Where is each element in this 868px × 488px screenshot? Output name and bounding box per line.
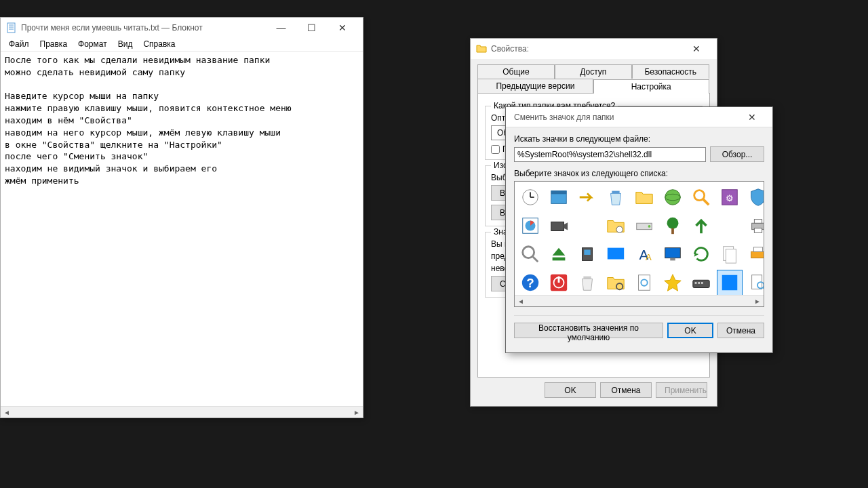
icon-tree[interactable] — [660, 213, 686, 239]
tab-previous-versions[interactable]: Предыдущие версии — [477, 79, 593, 93]
icon-documents[interactable] — [717, 241, 743, 267]
icon-dialog-titlebar[interactable]: Сменить значок для папки ✕ — [506, 107, 772, 127]
folder-icon — [476, 43, 487, 54]
icon-shutdown[interactable] — [546, 270, 572, 296]
icon-blank[interactable] — [574, 213, 600, 239]
maximize-button[interactable]: ☐ — [296, 18, 327, 37]
svg-point-12 — [694, 190, 705, 201]
restore-defaults-icon-button[interactable]: Восстановить значения по умолчанию — [514, 323, 663, 338]
icon-search[interactable] — [688, 184, 714, 210]
svg-line-13 — [703, 199, 709, 205]
properties-close-button[interactable]: ✕ — [681, 39, 711, 58]
close-button[interactable]: ✕ — [327, 18, 357, 37]
svg-rect-8 — [551, 191, 567, 195]
icon-cancel-button[interactable]: Отмена — [717, 323, 764, 338]
svg-rect-38 — [726, 249, 736, 264]
svg-rect-25 — [754, 220, 762, 224]
icon-list-hscroll[interactable]: ◄► — [515, 295, 764, 306]
svg-rect-31 — [584, 249, 590, 255]
icon-drive[interactable] — [631, 213, 657, 239]
icon-dialog-title: Сменить значок для папки — [511, 113, 736, 122]
svg-rect-32 — [608, 248, 624, 260]
notepad-hscroll[interactable]: ◄► — [1, 406, 363, 418]
apply-subfolders-input[interactable] — [491, 145, 500, 154]
icon-blank2[interactable] — [717, 213, 743, 239]
svg-point-19 — [616, 226, 623, 232]
icon-path-input[interactable] — [514, 147, 706, 162]
minimize-button[interactable]: — — [266, 18, 296, 37]
menu-file[interactable]: Файл — [3, 38, 35, 51]
icon-folder-share[interactable] — [603, 213, 629, 239]
properties-cancel-button[interactable]: Отмена — [600, 382, 652, 398]
svg-rect-52 — [698, 282, 700, 284]
icon-folder-open[interactable] — [631, 184, 657, 210]
icon-window[interactable] — [546, 184, 572, 210]
svg-text:A: A — [646, 252, 652, 262]
icon-desktop[interactable] — [603, 241, 629, 267]
menu-view[interactable]: Вид — [113, 38, 138, 51]
svg-rect-35 — [665, 248, 681, 258]
tab-general[interactable]: Общие — [477, 64, 555, 79]
menu-format[interactable]: Формат — [73, 38, 113, 51]
svg-rect-23 — [671, 228, 674, 234]
svg-rect-51 — [695, 282, 697, 284]
browse-button[interactable]: Обзор... — [710, 146, 764, 162]
properties-tabs: Общие Доступ Безопасность Предыдущие вер… — [477, 64, 710, 93]
path-row: Обзор... — [514, 146, 764, 162]
icon-globe[interactable] — [660, 184, 686, 210]
icon-settings-file[interactable] — [631, 270, 657, 296]
icon-recycle-bin[interactable] — [603, 184, 629, 210]
svg-rect-40 — [753, 247, 762, 252]
properties-ok-button[interactable]: OK — [545, 382, 596, 398]
icon-program[interactable]: ⚙ — [717, 184, 743, 210]
icon-font[interactable]: AA — [631, 241, 657, 267]
icon-keyboard[interactable] — [688, 270, 714, 296]
icon-monitor[interactable] — [660, 241, 686, 267]
icon-folder-config[interactable] — [603, 270, 629, 296]
svg-text:⚙: ⚙ — [726, 193, 734, 203]
icon-dialog-body: Искать значки в следующем файле: Обзор..… — [506, 127, 772, 345]
svg-rect-29 — [553, 258, 566, 261]
svg-text:?: ? — [526, 276, 534, 290]
icon-arrow-up[interactable] — [688, 213, 714, 239]
icon-device[interactable] — [574, 241, 600, 267]
svg-rect-36 — [670, 258, 675, 261]
tab-customize[interactable]: Настройка — [593, 79, 709, 94]
icon-shield[interactable] — [745, 184, 764, 210]
properties-titlebar[interactable]: Свойства: ✕ — [471, 39, 717, 59]
notepad-icon — [6, 22, 17, 33]
icon-clock[interactable] — [517, 184, 543, 210]
icon-ok-button[interactable]: OK — [667, 323, 713, 338]
icon-dialog-buttons: Восстановить значения по умолчанию OK От… — [514, 315, 764, 338]
menu-help[interactable]: Справка — [138, 38, 180, 51]
notepad-titlebar[interactable]: Прочти меня если умеешь читать.txt — Бло… — [1, 18, 363, 38]
icon-chart[interactable] — [517, 213, 543, 239]
search-file-label: Искать значки в следующем файле: — [514, 134, 764, 144]
icon-refresh[interactable] — [688, 241, 714, 267]
icon-print2[interactable] — [745, 241, 764, 267]
svg-rect-39 — [751, 251, 764, 258]
properties-title: Свойства: — [491, 44, 681, 54]
icon-magnifier[interactable] — [517, 241, 543, 267]
icon-star[interactable] — [660, 270, 686, 296]
icon-trash[interactable] — [574, 270, 600, 296]
tab-security[interactable]: Безопасность — [632, 64, 709, 79]
menu-edit[interactable]: Правка — [35, 38, 73, 51]
notepad-menubar: Файл Правка Формат Вид Справка — [1, 38, 363, 52]
svg-rect-48 — [639, 275, 650, 291]
tab-access[interactable]: Доступ — [555, 64, 632, 79]
svg-line-28 — [533, 257, 538, 262]
icon-printer[interactable] — [745, 213, 764, 239]
icon-help[interactable]: ? — [517, 270, 543, 296]
icon-eject[interactable] — [546, 241, 572, 267]
icon-arrow-right[interactable] — [574, 184, 600, 210]
properties-apply-button[interactable]: Применить — [656, 382, 707, 398]
icon-selected-blue[interactable] — [717, 270, 743, 296]
notepad-title: Прочти меня если умеешь читать.txt — Бло… — [21, 23, 266, 33]
notepad-editor[interactable]: После того как мы сделали невидимым назв… — [1, 52, 363, 404]
icon-search-doc[interactable] — [745, 270, 764, 296]
icon-dialog-close-button[interactable]: ✕ — [736, 108, 767, 127]
icon-grid: ⚙ AA — [515, 182, 764, 300]
icon-camera[interactable] — [546, 213, 572, 239]
svg-rect-18 — [551, 222, 564, 230]
